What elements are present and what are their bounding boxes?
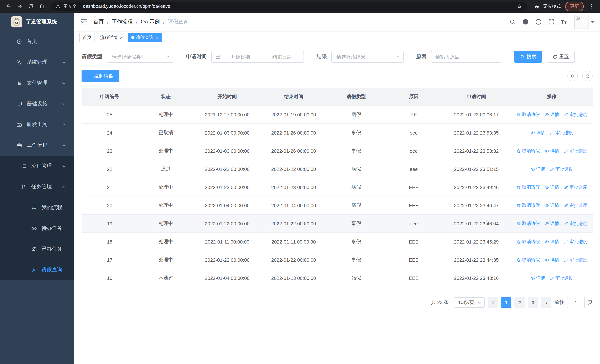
cancel-leave-link[interactable]: 取消请假 <box>516 239 540 245</box>
cell-status: 处理中 <box>138 238 194 245</box>
goto-page-input[interactable] <box>567 297 585 308</box>
sidebar-item-devtools[interactable]: 研发工具 <box>0 114 74 135</box>
breadcrumb-item[interactable]: 工作流程 <box>112 19 133 25</box>
breadcrumb-item[interactable]: 首页 <box>94 19 104 25</box>
detail-link[interactable]: 详情 <box>544 257 559 263</box>
sidebar-item-task-management[interactable]: 任务管理 <box>0 177 74 197</box>
detail-link[interactable]: 详情 <box>544 220 559 227</box>
approval-progress-link[interactable]: 审批进度 <box>549 275 573 281</box>
sidebar-item-leave-query[interactable]: 请假查询 <box>0 260 74 280</box>
page-button-1[interactable]: 1 <box>501 297 511 308</box>
security-label[interactable]: 不安全 <box>63 3 77 9</box>
page-button-2[interactable]: 2 <box>514 297 525 308</box>
font-size-icon[interactable]: TT <box>561 19 567 25</box>
browser-menu-icon[interactable] <box>587 1 596 11</box>
sidebar-item-process-management[interactable]: 流程管理 <box>0 156 74 177</box>
refresh-table-button[interactable] <box>582 71 593 81</box>
end-date-input[interactable] <box>264 54 300 60</box>
approval-progress-link[interactable]: 审批进度 <box>563 148 587 154</box>
sidebar-item-done-tasks[interactable]: 已办任务 <box>0 239 74 260</box>
tab-close-icon[interactable]: × <box>155 35 158 40</box>
approval-progress-link[interactable]: 审批进度 <box>563 184 587 190</box>
cell-type: 事假 <box>327 220 386 227</box>
action-label: 取消请假 <box>522 257 540 263</box>
address-bar[interactable]: 不安全 dashboard.yudao.iocoder.cn/bpm/oa/le… <box>51 2 527 11</box>
update-button[interactable]: 更新 <box>565 2 584 11</box>
prev-page-button[interactable] <box>488 297 498 308</box>
search-button[interactable]: 搜索 <box>514 51 542 63</box>
tab-leave-query[interactable]: 请假查询 × <box>128 33 162 42</box>
browser-home-icon[interactable] <box>37 1 47 11</box>
logo-image <box>11 16 22 28</box>
toolbox-icon <box>16 121 22 128</box>
detail-link[interactable]: 详情 <box>544 148 559 154</box>
approval-progress-link[interactable]: 审批进度 <box>549 130 573 136</box>
sidebar-item-my-process[interactable]: 我的流程 <box>0 197 74 218</box>
approval-progress-link[interactable]: 审批进度 <box>563 220 587 227</box>
detail-link[interactable]: 详情 <box>544 184 559 190</box>
detail-link[interactable]: 详情 <box>530 130 545 136</box>
detail-link[interactable]: 详情 <box>530 275 545 281</box>
leave-type-select[interactable] <box>107 51 173 63</box>
cell-status: 处理中 <box>138 257 194 263</box>
tab-process-detail[interactable]: 流程详情 × <box>97 33 126 42</box>
sidebar-item-home[interactable]: 首页 <box>0 31 74 52</box>
start-date-input[interactable] <box>223 54 258 60</box>
detail-link[interactable]: 详情 <box>544 202 559 208</box>
sidebar-item-label: 研发工具 <box>27 121 47 128</box>
cancel-leave-link[interactable]: 取消请假 <box>516 111 540 118</box>
search-icon[interactable] <box>509 19 516 25</box>
page-size-select[interactable]: 10条/页 <box>454 297 485 308</box>
cell-status: 处理中 <box>138 148 194 154</box>
detail-link[interactable]: 详情 <box>544 111 559 118</box>
cancel-leave-link[interactable]: 取消请假 <box>516 184 540 190</box>
toggle-search-button[interactable] <box>567 71 578 81</box>
sidebar-fold-icon[interactable] <box>80 18 87 26</box>
create-leave-button[interactable]: 发起请假 <box>82 70 119 82</box>
result-select[interactable] <box>331 51 403 63</box>
cancel-leave-link[interactable]: 取消请假 <box>516 257 540 263</box>
avatar[interactable] <box>574 15 589 29</box>
action-label: 取消请假 <box>522 202 540 208</box>
sidebar-item-infrastructure[interactable]: 基础设施 <box>0 93 74 114</box>
next-page-button[interactable] <box>541 297 552 308</box>
tab-close-icon[interactable]: × <box>120 35 122 40</box>
sidebar-item-system[interactable]: 系统管理 <box>0 52 74 73</box>
approval-progress-link[interactable]: 审批进度 <box>563 202 587 208</box>
reason-field[interactable] <box>431 51 501 63</box>
browser-reload-icon[interactable] <box>26 1 36 11</box>
approval-progress-link[interactable]: 审批进度 <box>563 239 587 245</box>
apply-time-range-picker[interactable]: - <box>211 51 304 63</box>
cancel-leave-link[interactable]: 取消请假 <box>516 202 540 208</box>
approval-progress-link[interactable]: 审批进度 <box>549 166 573 172</box>
github-icon[interactable] <box>522 19 529 25</box>
page-button-3[interactable]: 3 <box>528 297 538 308</box>
sidebar-item-payment[interactable]: ¥ 支付管理 <box>0 73 74 93</box>
reset-button[interactable]: 重置 <box>547 51 575 63</box>
sidebar-item-todo-tasks[interactable]: 待办任务 <box>0 218 74 239</box>
fullscreen-icon[interactable] <box>548 19 555 25</box>
leave-type-input[interactable] <box>111 54 163 60</box>
filter-form: 请假类型 申请时间 - <box>82 51 593 63</box>
bookmark-star-icon[interactable] <box>517 3 522 9</box>
tab-home[interactable]: 首页 <box>79 33 95 42</box>
browser-forward-icon[interactable] <box>15 1 24 11</box>
cancel-leave-link[interactable]: 取消请假 <box>516 148 540 154</box>
breadcrumb-item[interactable]: OA 示例 <box>141 19 160 25</box>
approval-progress-link[interactable]: 审批进度 <box>563 111 587 118</box>
url-text[interactable]: dashboard.yudao.iocoder.cn/bpm/oa/leave <box>83 4 514 9</box>
help-icon[interactable]: ? <box>535 19 542 25</box>
detail-link[interactable]: 详情 <box>530 166 545 172</box>
user-menu[interactable] <box>574 15 594 29</box>
approval-progress-link[interactable]: 审批进度 <box>563 257 587 263</box>
sidebar-item-workflow[interactable]: 工作流程 <box>0 135 74 156</box>
cancel-leave-link[interactable]: 取消请假 <box>516 220 540 227</box>
result-input[interactable] <box>336 54 394 60</box>
detail-link[interactable]: 详情 <box>544 239 559 245</box>
reason-input[interactable] <box>431 54 501 59</box>
cell-start: 2022-01-04 00:00:00 <box>194 275 261 281</box>
browser-back-icon[interactable] <box>4 1 13 11</box>
cell-start: 2022-01-22 00:00:00 <box>194 221 261 226</box>
app-logo[interactable]: 芋道管理系统 <box>0 13 74 31</box>
edit-icon <box>563 221 568 226</box>
